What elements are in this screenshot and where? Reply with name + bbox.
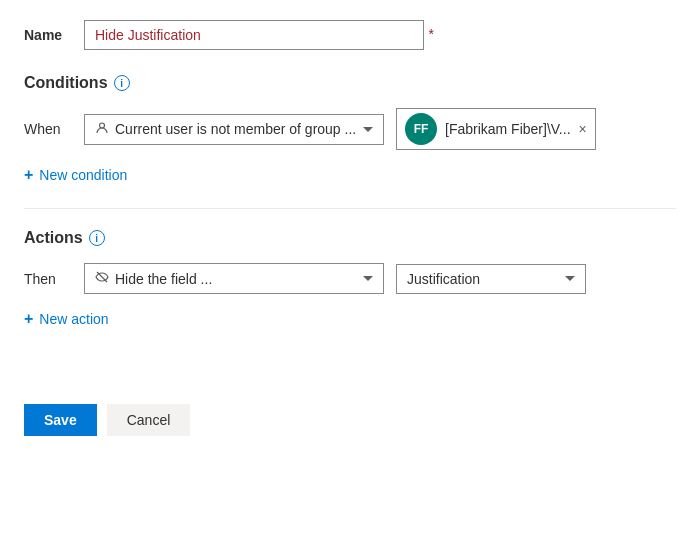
ff-badge: FF: [405, 113, 437, 145]
action-dropdown-chevron: [363, 276, 373, 281]
when-label: When: [24, 121, 72, 137]
required-star: *: [429, 26, 434, 42]
actions-title: Actions: [24, 229, 83, 247]
person-icon: [95, 121, 109, 138]
conditions-header: Conditions i: [24, 74, 676, 92]
action-row: Then Hide the field ... Justification: [24, 263, 676, 294]
new-condition-label: New condition: [39, 167, 127, 183]
svg-point-0: [100, 123, 105, 128]
conditions-title: Conditions: [24, 74, 108, 92]
group-tag-text: [Fabrikam Fiber]\V...: [445, 121, 571, 137]
action-dropdown-text: Hide the field ...: [115, 271, 357, 287]
name-input-wrapper: *: [84, 20, 424, 50]
new-condition-row[interactable]: + New condition: [24, 162, 676, 188]
condition-dropdown-chevron: [363, 127, 373, 132]
new-action-row[interactable]: + New action: [24, 306, 676, 332]
actions-section: Actions i Then Hide the field ... Justif…: [24, 229, 676, 332]
justification-dropdown-text: Justification: [407, 271, 559, 287]
save-button[interactable]: Save: [24, 404, 97, 436]
new-action-plus-icon: +: [24, 310, 33, 328]
group-chip: FF [Fabrikam Fiber]\V... ×: [396, 108, 596, 150]
divider: [24, 208, 676, 209]
cursor-area: [24, 332, 676, 372]
cancel-button[interactable]: Cancel: [107, 404, 191, 436]
condition-dropdown-text: Current user is not member of group ...: [115, 121, 357, 137]
justification-dropdown[interactable]: Justification: [396, 264, 586, 294]
conditions-section: Conditions i When Current user is not me…: [24, 74, 676, 188]
name-section: Name *: [24, 20, 676, 50]
actions-header: Actions i: [24, 229, 676, 247]
condition-row: When Current user is not member of group…: [24, 108, 676, 150]
hide-field-icon: [95, 270, 109, 287]
new-action-label: New action: [39, 311, 108, 327]
group-chip-close[interactable]: ×: [579, 122, 587, 136]
conditions-info-icon[interactable]: i: [114, 75, 130, 91]
name-label: Name: [24, 27, 84, 43]
name-input[interactable]: [84, 20, 424, 50]
plus-icon: +: [24, 166, 33, 184]
condition-dropdown[interactable]: Current user is not member of group ...: [84, 114, 384, 145]
justification-dropdown-chevron: [565, 276, 575, 281]
action-dropdown[interactable]: Hide the field ...: [84, 263, 384, 294]
actions-info-icon[interactable]: i: [89, 230, 105, 246]
then-label: Then: [24, 271, 72, 287]
buttons-row: Save Cancel: [24, 404, 676, 436]
